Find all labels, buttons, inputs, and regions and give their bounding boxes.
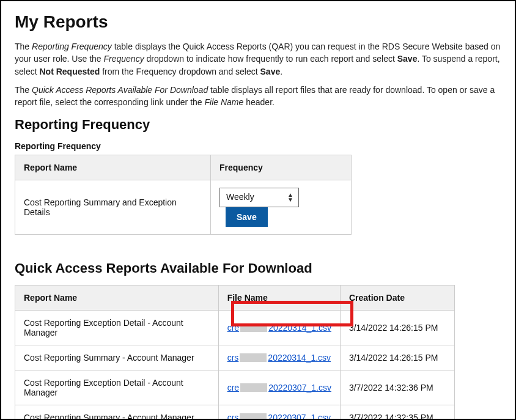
file-name-prefix: cre bbox=[227, 383, 239, 392]
file-name-prefix: crs bbox=[227, 353, 239, 363]
page-container: My Reports The Reporting Frequency table… bbox=[0, 0, 516, 420]
dl-header-file-name: File Name bbox=[218, 286, 340, 311]
freq-row-controls: Weekly ▲▼ Save bbox=[211, 180, 352, 235]
dl-cell-creation-date: 3/14/2022 14:26:15 PM bbox=[340, 345, 454, 370]
file-name-suffix: 20220307_1.csv bbox=[268, 413, 331, 420]
page-title: My Reports bbox=[15, 12, 501, 32]
redacted-segment bbox=[240, 413, 267, 420]
intro-italic: Reporting Frequency bbox=[32, 42, 112, 51]
file-download-link[interactable]: crs20220314_1.csv bbox=[227, 353, 331, 363]
dl-cell-report-name: Cost Reporting Exception Detail - Accoun… bbox=[15, 311, 219, 345]
dl-cell-file-name: cre20220314_1.csv bbox=[218, 311, 340, 345]
intro-bold: Not Requested bbox=[39, 67, 100, 76]
intro-italic: File Name bbox=[205, 97, 244, 107]
dl-cell-report-name: Cost Reporting Summary - Account Manager bbox=[15, 345, 219, 370]
freq-header-frequency: Frequency bbox=[211, 155, 352, 180]
select-arrows-icon: ▲▼ bbox=[287, 193, 293, 202]
intro-text: . bbox=[280, 67, 282, 76]
redacted-segment bbox=[240, 353, 267, 362]
save-button[interactable]: Save bbox=[226, 207, 268, 227]
table-row: Cost Reporting Summary and Exception Det… bbox=[15, 180, 352, 235]
intro-italic: Frequency bbox=[104, 54, 144, 64]
intro-text: dropdown to indicate how frequently to r… bbox=[144, 54, 397, 64]
dl-cell-report-name: Cost Reporting Exception Detail - Accoun… bbox=[15, 370, 219, 405]
dl-header-creation-date: Creation Date bbox=[340, 286, 454, 311]
download-heading: Quick Access Reports Available For Downl… bbox=[15, 260, 501, 276]
reporting-frequency-caption: Reporting Frequency bbox=[15, 141, 501, 151]
intro-text: header. bbox=[243, 97, 275, 107]
file-name-suffix: 20220314_1.csv bbox=[268, 353, 331, 363]
table-row: Cost Reporting Summary - Account Manager… bbox=[15, 405, 455, 420]
file-download-link[interactable]: cre20220314_1.csv bbox=[227, 323, 331, 333]
intro-text: from the Frequency dropdown and select bbox=[100, 67, 260, 76]
file-download-link[interactable]: cre20220307_1.csv bbox=[227, 383, 331, 392]
intro-italic: Quick Access Reports Available For Downl… bbox=[32, 85, 208, 95]
file-name-prefix: cre bbox=[227, 323, 239, 333]
intro-bold: Save bbox=[397, 54, 418, 64]
table-row: Cost Reporting Exception Detail - Accoun… bbox=[15, 370, 455, 405]
dl-cell-file-name: crs20220314_1.csv bbox=[218, 345, 340, 370]
dl-cell-creation-date: 3/7/2022 14:32:36 PM bbox=[340, 370, 454, 405]
intro-text: The bbox=[15, 85, 32, 95]
file-download-link[interactable]: crs20220307_1.csv bbox=[227, 413, 331, 420]
dl-cell-creation-date: 3/14/2022 14:26:15 PM bbox=[340, 311, 454, 345]
intro-text: The bbox=[15, 42, 32, 51]
frequency-select-value: Weekly bbox=[220, 188, 298, 205]
file-name-suffix: 20220314_1.csv bbox=[268, 323, 331, 333]
intro-paragraph-1: The Reporting Frequency table displays t… bbox=[15, 40, 501, 78]
file-name-suffix: 20220307_1.csv bbox=[268, 383, 331, 392]
dl-cell-file-name: crs20220307_1.csv bbox=[218, 405, 340, 420]
redacted-segment bbox=[240, 383, 267, 392]
redacted-segment bbox=[240, 323, 267, 332]
freq-header-report-name: Report Name bbox=[15, 155, 211, 180]
frequency-select[interactable]: Weekly ▲▼ bbox=[219, 188, 299, 207]
table-row: Cost Reporting Summary - Account Manager… bbox=[15, 345, 455, 370]
file-name-prefix: crs bbox=[227, 413, 239, 420]
download-table: Report Name File Name Creation Date Cost… bbox=[15, 285, 455, 420]
reporting-frequency-table: Report Name Frequency Cost Reporting Sum… bbox=[15, 155, 352, 235]
dl-cell-report-name: Cost Reporting Summary - Account Manager bbox=[15, 405, 219, 420]
table-row: Cost Reporting Exception Detail - Accoun… bbox=[15, 311, 455, 345]
intro-paragraph-2: The Quick Access Reports Available For D… bbox=[15, 84, 501, 109]
dl-cell-creation-date: 3/7/2022 14:32:35 PM bbox=[340, 405, 454, 420]
intro-bold: Save bbox=[260, 67, 281, 76]
reporting-frequency-heading: Reporting Frequency bbox=[15, 117, 501, 133]
freq-row-report-name: Cost Reporting Summary and Exception Det… bbox=[15, 180, 211, 235]
dl-cell-file-name: cre20220307_1.csv bbox=[218, 370, 340, 405]
dl-header-report-name: Report Name bbox=[15, 286, 219, 311]
